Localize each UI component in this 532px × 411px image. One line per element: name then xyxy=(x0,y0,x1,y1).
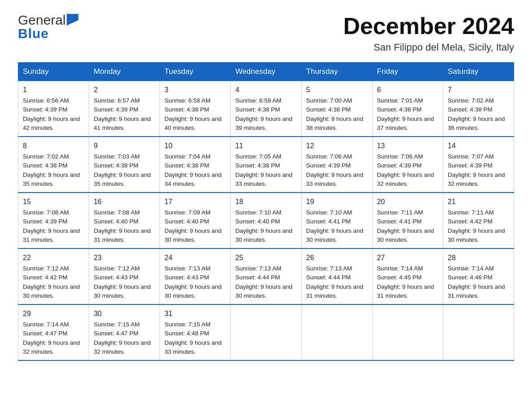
sunset-text: Sunset: 4:41 PM xyxy=(306,218,351,225)
day-number: 25 xyxy=(235,253,296,263)
calendar-cell: 31Sunrise: 7:15 AMSunset: 4:48 PMDayligh… xyxy=(160,304,231,360)
daylight-text: Daylight: 9 hours and 32 minutes. xyxy=(377,171,434,187)
day-number: 27 xyxy=(377,253,438,263)
calendar-cell: 17Sunrise: 7:09 AMSunset: 4:40 PMDayligh… xyxy=(160,193,231,248)
sunset-text: Sunset: 4:41 PM xyxy=(377,218,422,225)
calendar-cell: 25Sunrise: 7:13 AMSunset: 4:44 PMDayligh… xyxy=(231,248,301,304)
day-number: 15 xyxy=(23,197,84,207)
daylight-text: Daylight: 9 hours and 30 minutes. xyxy=(377,227,434,243)
calendar-cell: 14Sunrise: 7:07 AMSunset: 4:39 PMDayligh… xyxy=(443,137,514,193)
daylight-text: Daylight: 9 hours and 30 minutes. xyxy=(23,283,80,299)
sunset-text: Sunset: 4:40 PM xyxy=(235,218,280,225)
sunrise-text: Sunrise: 7:15 AM xyxy=(94,321,140,328)
calendar-cell: 29Sunrise: 7:14 AMSunset: 4:47 PMDayligh… xyxy=(18,304,89,360)
sunrise-text: Sunrise: 7:02 AM xyxy=(23,153,69,160)
sunset-text: Sunset: 4:38 PM xyxy=(306,106,351,113)
sunset-text: Sunset: 4:48 PM xyxy=(164,330,209,337)
calendar-cell: 27Sunrise: 7:14 AMSunset: 4:45 PMDayligh… xyxy=(372,248,443,304)
location-subtitle: San Filippo del Mela, Sicily, Italy xyxy=(343,42,514,53)
day-number: 8 xyxy=(23,141,84,151)
day-number: 19 xyxy=(306,197,368,207)
sunrise-text: Sunrise: 7:07 AM xyxy=(448,153,494,160)
sunrise-text: Sunrise: 7:15 AM xyxy=(164,321,210,328)
day-number: 18 xyxy=(235,197,296,207)
sunset-text: Sunset: 4:44 PM xyxy=(306,274,351,281)
daylight-text: Daylight: 9 hours and 42 minutes. xyxy=(23,116,80,131)
sunset-text: Sunset: 4:38 PM xyxy=(164,106,209,113)
day-number: 31 xyxy=(164,308,226,319)
day-number: 28 xyxy=(448,253,509,263)
daylight-text: Daylight: 9 hours and 33 minutes. xyxy=(306,171,364,187)
day-number: 5 xyxy=(306,85,368,95)
svg-marker-0 xyxy=(67,14,78,26)
sunrise-text: Sunrise: 7:05 AM xyxy=(235,153,281,160)
calendar-week-row: 22Sunrise: 7:12 AMSunset: 4:42 PMDayligh… xyxy=(18,248,514,304)
calendar-cell: 24Sunrise: 7:13 AMSunset: 4:43 PMDayligh… xyxy=(160,248,231,304)
daylight-text: Daylight: 9 hours and 32 minutes. xyxy=(94,339,151,355)
daylight-text: Daylight: 9 hours and 30 minutes. xyxy=(448,227,505,243)
day-number: 6 xyxy=(377,85,438,95)
sunrise-text: Sunrise: 7:12 AM xyxy=(94,265,140,272)
day-number: 9 xyxy=(94,141,155,151)
day-header-tuesday: Tuesday xyxy=(160,63,231,81)
day-number: 20 xyxy=(377,197,438,207)
logo-general: General xyxy=(18,13,66,27)
daylight-text: Daylight: 9 hours and 35 minutes. xyxy=(94,171,151,187)
sunset-text: Sunset: 4:38 PM xyxy=(23,162,68,169)
sunset-text: Sunset: 4:38 PM xyxy=(235,162,280,169)
logo-flag-icon xyxy=(67,14,78,26)
sunrise-text: Sunrise: 7:13 AM xyxy=(164,265,210,272)
daylight-text: Daylight: 9 hours and 33 minutes. xyxy=(164,339,222,355)
daylight-text: Daylight: 9 hours and 33 minutes. xyxy=(235,171,292,187)
calendar-cell: 4Sunrise: 6:59 AMSunset: 4:38 PMDaylight… xyxy=(231,81,301,137)
day-number: 7 xyxy=(448,85,509,95)
sunset-text: Sunset: 4:42 PM xyxy=(448,218,493,225)
sunrise-text: Sunrise: 7:14 AM xyxy=(377,265,423,272)
daylight-text: Daylight: 9 hours and 31 minutes. xyxy=(306,283,364,299)
sunset-text: Sunset: 4:39 PM xyxy=(377,162,422,169)
day-number: 14 xyxy=(448,141,509,151)
sunset-text: Sunset: 4:42 PM xyxy=(23,274,68,281)
day-number: 2 xyxy=(94,85,155,95)
sunset-text: Sunset: 4:38 PM xyxy=(164,162,209,169)
calendar-cell: 9Sunrise: 7:03 AMSunset: 4:38 PMDaylight… xyxy=(89,137,160,193)
day-header-friday: Friday xyxy=(372,63,443,81)
sunset-text: Sunset: 4:45 PM xyxy=(377,274,422,281)
daylight-text: Daylight: 9 hours and 40 minutes. xyxy=(164,116,222,131)
daylight-text: Daylight: 9 hours and 31 minutes. xyxy=(448,283,505,299)
daylight-text: Daylight: 9 hours and 41 minutes. xyxy=(94,116,151,131)
sunrise-text: Sunrise: 7:10 AM xyxy=(306,209,352,216)
sunrise-text: Sunrise: 7:08 AM xyxy=(94,209,140,216)
calendar-cell xyxy=(443,304,514,360)
sunrise-text: Sunrise: 6:58 AM xyxy=(164,97,210,104)
calendar-cell: 7Sunrise: 7:02 AMSunset: 4:38 PMDaylight… xyxy=(443,81,514,137)
daylight-text: Daylight: 9 hours and 35 minutes. xyxy=(23,171,80,187)
sunrise-text: Sunrise: 7:06 AM xyxy=(306,153,352,160)
sunset-text: Sunset: 4:47 PM xyxy=(94,330,138,337)
daylight-text: Daylight: 9 hours and 36 minutes. xyxy=(448,116,505,131)
calendar-cell: 6Sunrise: 7:01 AMSunset: 4:38 PMDaylight… xyxy=(372,81,443,137)
sunset-text: Sunset: 4:44 PM xyxy=(235,274,280,281)
sunset-text: Sunset: 4:40 PM xyxy=(164,218,209,225)
sunrise-text: Sunrise: 7:14 AM xyxy=(448,265,494,272)
sunset-text: Sunset: 4:46 PM xyxy=(448,274,493,281)
calendar-cell: 23Sunrise: 7:12 AMSunset: 4:43 PMDayligh… xyxy=(89,248,160,304)
daylight-text: Daylight: 9 hours and 30 minutes. xyxy=(306,227,364,243)
daylight-text: Daylight: 9 hours and 34 minutes. xyxy=(164,171,222,187)
daylight-text: Daylight: 9 hours and 30 minutes. xyxy=(164,227,222,243)
daylight-text: Daylight: 9 hours and 31 minutes. xyxy=(23,227,80,243)
logo: General Blue xyxy=(18,13,78,41)
calendar-cell: 10Sunrise: 7:04 AMSunset: 4:38 PMDayligh… xyxy=(160,137,231,193)
calendar-week-row: 29Sunrise: 7:14 AMSunset: 4:47 PMDayligh… xyxy=(18,304,514,360)
calendar-cell: 21Sunrise: 7:11 AMSunset: 4:42 PMDayligh… xyxy=(443,193,514,248)
sunset-text: Sunset: 4:38 PM xyxy=(235,106,280,113)
calendar-cell: 16Sunrise: 7:08 AMSunset: 4:40 PMDayligh… xyxy=(89,193,160,248)
sunrise-text: Sunrise: 6:59 AM xyxy=(235,97,281,104)
day-header-thursday: Thursday xyxy=(301,63,372,81)
calendar-cell: 26Sunrise: 7:13 AMSunset: 4:44 PMDayligh… xyxy=(301,248,372,304)
day-number: 1 xyxy=(23,85,84,95)
daylight-text: Daylight: 9 hours and 30 minutes. xyxy=(235,227,292,243)
sunrise-text: Sunrise: 7:02 AM xyxy=(448,97,494,104)
sunset-text: Sunset: 4:38 PM xyxy=(377,106,422,113)
day-header-sunday: Sunday xyxy=(18,63,89,81)
